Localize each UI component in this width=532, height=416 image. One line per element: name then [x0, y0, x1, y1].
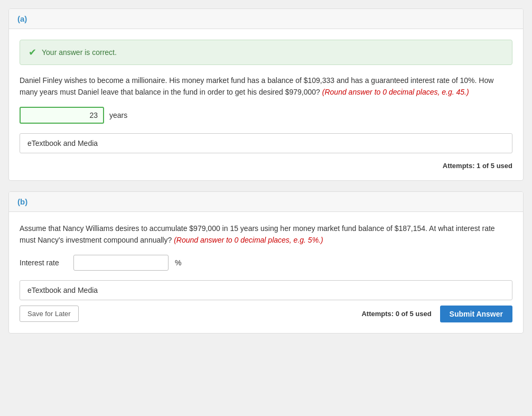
checkmark-icon: ✔ — [29, 47, 36, 58]
success-text: Your answer is correct. — [42, 48, 117, 57]
section-a-answer-input[interactable] — [20, 107, 104, 124]
section-a-attempts-row: Attempts: 1 of 5 used — [20, 159, 512, 170]
section-a-rounding-note: (Round answer to 0 decimal places, e.g. … — [322, 88, 469, 96]
section-b-footer: Save for Later Attempts: 0 of 5 used Sub… — [20, 306, 512, 322]
section-a-body: ✔ Your answer is correct. Daniel Finley … — [9, 29, 523, 180]
interest-rate-input[interactable] — [73, 255, 169, 271]
interest-rate-row: Interest rate % — [20, 255, 512, 271]
section-a-etextbook-button[interactable]: eTextbook and Media — [20, 133, 512, 153]
section-a-question: Daniel Finley wishes to become a million… — [20, 75, 512, 98]
interest-rate-label: Interest rate — [20, 258, 67, 267]
section-b-attempts-text: Attempts: 0 of 5 used — [361, 310, 431, 318]
section-b-header: (b) — [9, 192, 523, 212]
section-b: (b) Assume that Nancy Williams desires t… — [8, 191, 524, 334]
section-b-body: Assume that Nancy Williams desires to ac… — [9, 212, 523, 333]
section-a-unit-label: years — [109, 111, 127, 119]
section-a: (a) ✔ Your answer is correct. Daniel Fin… — [8, 8, 524, 181]
save-for-later-button[interactable]: Save for Later — [20, 306, 79, 322]
section-b-question: Assume that Nancy Williams desires to ac… — [20, 223, 512, 246]
footer-right: Attempts: 0 of 5 used Submit Answer — [361, 306, 512, 322]
submit-answer-button[interactable]: Submit Answer — [440, 306, 512, 322]
section-b-label: (b) — [17, 197, 27, 206]
section-a-header: (a) — [9, 9, 523, 29]
section-b-etextbook-button[interactable]: eTextbook and Media — [20, 280, 512, 300]
section-a-label: (a) — [17, 14, 27, 23]
success-banner: ✔ Your answer is correct. — [20, 40, 512, 65]
section-a-attempts-text: Attempts: 1 of 5 used — [443, 162, 512, 170]
section-a-answer-row: years — [20, 107, 512, 124]
interest-rate-unit: % — [175, 258, 181, 267]
section-b-rounding-note: (Round answer to 0 decimal places, e.g. … — [174, 236, 323, 244]
